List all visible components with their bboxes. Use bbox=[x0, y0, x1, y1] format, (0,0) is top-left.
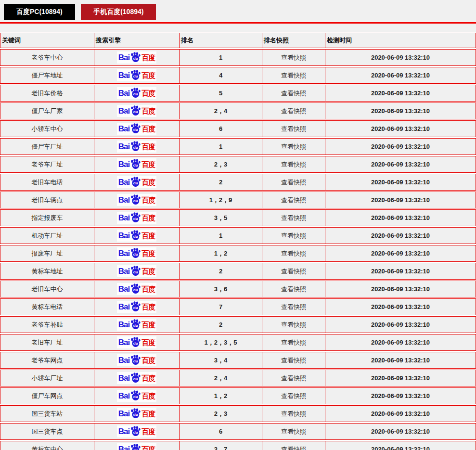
view-snapshot-link[interactable]: 查看快照 bbox=[281, 214, 306, 221]
column-header-snapshot: 排名快照 bbox=[262, 33, 325, 48]
snapshot-cell: 查看快照 bbox=[262, 441, 325, 450]
snapshot-cell: 查看快照 bbox=[262, 298, 325, 315]
engine-cell: Bai du 百度 bbox=[94, 156, 180, 173]
time-cell: 2020-06-09 13:32:10 bbox=[325, 387, 476, 404]
view-snapshot-link[interactable]: 查看快照 bbox=[281, 54, 306, 61]
svg-text:du: du bbox=[133, 377, 138, 381]
rank-cell: 4 bbox=[180, 67, 262, 84]
tab-mobile-baidu[interactable]: 手机百度(10894) bbox=[81, 4, 156, 20]
rank-cell: 2，3 bbox=[180, 156, 262, 173]
engine-cell: Bai du 百度 bbox=[94, 263, 180, 280]
view-snapshot-link[interactable]: 查看快照 bbox=[281, 303, 306, 310]
rank-cell: 3，7 bbox=[180, 441, 262, 450]
table-row: 老旧车中心 Bai du 百度 3，6 查看快照 2020-06-09 13:3… bbox=[0, 281, 476, 297]
svg-text:du: du bbox=[133, 181, 138, 185]
view-snapshot-link[interactable]: 查看快照 bbox=[281, 339, 306, 346]
svg-text:du: du bbox=[133, 341, 138, 346]
view-snapshot-link[interactable]: 查看快照 bbox=[281, 232, 306, 239]
view-snapshot-link[interactable]: 查看快照 bbox=[281, 72, 306, 79]
view-snapshot-link[interactable]: 查看快照 bbox=[281, 392, 306, 399]
snapshot-cell: 查看快照 bbox=[262, 334, 325, 351]
engine-cell: Bai du 百度 bbox=[94, 245, 180, 262]
table-row: 国三货车点 Bai du 百度 6 查看快照 2020-06-09 13:32:… bbox=[0, 423, 476, 440]
rankings-table: 关键词 搜索引擎 排名 排名快照 检测时间 老爷车中心 Bai du bbox=[0, 32, 476, 450]
time-cell: 2020-06-09 13:32:10 bbox=[325, 352, 476, 369]
tabs-bar: 百度PC(10894) 手机百度(10894) bbox=[0, 0, 476, 24]
svg-text:du: du bbox=[133, 74, 138, 78]
svg-text:du: du bbox=[133, 110, 138, 114]
time-cell: 2020-06-09 13:32:10 bbox=[325, 281, 476, 297]
engine-cell: Bai du 百度 bbox=[94, 405, 180, 422]
baidu-logo-icon: Bai du 百度 bbox=[117, 194, 156, 206]
time-cell: 2020-06-09 13:32:10 bbox=[325, 85, 476, 102]
rank-cell: 3，5 bbox=[180, 209, 262, 226]
baidu-paw-icon: du bbox=[130, 444, 141, 450]
baidu-paw-icon: du bbox=[130, 88, 141, 98]
snapshot-cell: 查看快照 bbox=[262, 156, 325, 173]
svg-text:du: du bbox=[133, 217, 138, 221]
view-snapshot-link[interactable]: 查看快照 bbox=[281, 410, 306, 417]
time-cell: 2020-06-09 13:32:10 bbox=[325, 120, 476, 137]
svg-text:du: du bbox=[133, 163, 138, 167]
table-row: 黄标车地址 Bai du 百度 2 查看快照 2020-06-09 13:32:… bbox=[0, 263, 476, 280]
snapshot-cell: 查看快照 bbox=[262, 209, 325, 226]
rank-cell: 3，6 bbox=[180, 281, 262, 297]
engine-cell: Bai du 百度 bbox=[94, 49, 180, 66]
keyword-cell: 老旧车厂址 bbox=[0, 334, 94, 351]
view-snapshot-link[interactable]: 查看快照 bbox=[281, 428, 306, 435]
engine-cell: Bai du 百度 bbox=[94, 209, 180, 226]
view-snapshot-link[interactable]: 查看快照 bbox=[281, 143, 306, 150]
baidu-paw-icon: du bbox=[130, 373, 141, 383]
view-snapshot-link[interactable]: 查看快照 bbox=[281, 446, 306, 450]
keyword-cell: 国三货车点 bbox=[0, 423, 94, 440]
rank-cell: 2 bbox=[180, 263, 262, 280]
view-snapshot-link[interactable]: 查看快照 bbox=[281, 179, 306, 186]
keyword-cell: 老爷车中心 bbox=[0, 49, 94, 66]
rank-cell: 2，3 bbox=[180, 405, 262, 422]
snapshot-cell: 查看快照 bbox=[262, 316, 325, 333]
rank-cell: 2 bbox=[180, 316, 262, 333]
svg-text:du: du bbox=[133, 56, 138, 61]
snapshot-cell: 查看快照 bbox=[262, 370, 325, 386]
keyword-cell: 黄标车电话 bbox=[0, 298, 94, 315]
keyword-cell: 国三货车站 bbox=[0, 405, 94, 422]
view-snapshot-link[interactable]: 查看快照 bbox=[281, 196, 306, 204]
table-row: 僵尸车网点 Bai du 百度 1，2 查看快照 2020-06-09 13:3… bbox=[0, 387, 476, 404]
table-row: 僵尸车厂家 Bai du 百度 2，4 查看快照 2020-06-09 13:3… bbox=[0, 103, 476, 119]
column-header-rank: 排名 bbox=[180, 33, 262, 48]
view-snapshot-link[interactable]: 查看快照 bbox=[281, 90, 306, 97]
view-snapshot-link[interactable]: 查看快照 bbox=[281, 161, 306, 168]
baidu-logo-icon: Bai du 百度 bbox=[117, 158, 156, 170]
engine-cell: Bai du 百度 bbox=[94, 103, 180, 119]
rank-cell: 1，2 bbox=[180, 387, 262, 404]
baidu-logo-icon: Bai du 百度 bbox=[117, 123, 156, 135]
snapshot-cell: 查看快照 bbox=[262, 227, 325, 244]
view-snapshot-link[interactable]: 查看快照 bbox=[281, 250, 306, 257]
rank-cell: 1，2，3，5 bbox=[180, 334, 262, 351]
table-row: 小轿车中心 Bai du 百度 6 查看快照 2020-06-09 13:32:… bbox=[0, 120, 476, 137]
view-snapshot-link[interactable]: 查看快照 bbox=[281, 357, 306, 364]
baidu-logo-icon: Bai du 百度 bbox=[117, 336, 156, 348]
baidu-logo-icon: Bai du 百度 bbox=[117, 105, 156, 117]
tab-baidu-pc[interactable]: 百度PC(10894) bbox=[4, 4, 75, 20]
table-row: 老旧车价格 Bai du 百度 5 查看快照 2020-06-09 13:32:… bbox=[0, 85, 476, 102]
keyword-cell: 黄标车中心 bbox=[0, 441, 94, 450]
view-snapshot-link[interactable]: 查看快照 bbox=[281, 268, 306, 275]
keyword-cell: 小轿车中心 bbox=[0, 120, 94, 137]
view-snapshot-link[interactable]: 查看快照 bbox=[281, 125, 306, 132]
keyword-cell: 老爷车网点 bbox=[0, 352, 94, 369]
table-row: 机动车厂址 Bai du 百度 1 查看快照 2020-06-09 13:32:… bbox=[0, 227, 476, 244]
keyword-cell: 报废车厂址 bbox=[0, 245, 94, 262]
view-snapshot-link[interactable]: 查看快照 bbox=[281, 285, 306, 293]
view-snapshot-link[interactable]: 查看快照 bbox=[281, 374, 306, 382]
keyword-cell: 僵尸车网点 bbox=[0, 387, 94, 404]
baidu-paw-icon: du bbox=[130, 301, 141, 311]
view-snapshot-link[interactable]: 查看快照 bbox=[281, 107, 306, 115]
baidu-paw-icon: du bbox=[130, 426, 141, 436]
baidu-paw-icon: du bbox=[130, 408, 141, 418]
baidu-paw-icon: du bbox=[130, 390, 141, 400]
table-wrap: 关键词 搜索引擎 排名 排名快照 检测时间 老爷车中心 Bai du bbox=[0, 32, 476, 450]
baidu-logo-icon: Bai du 百度 bbox=[117, 141, 156, 153]
snapshot-cell: 查看快照 bbox=[262, 85, 325, 102]
view-snapshot-link[interactable]: 查看快照 bbox=[281, 321, 306, 328]
